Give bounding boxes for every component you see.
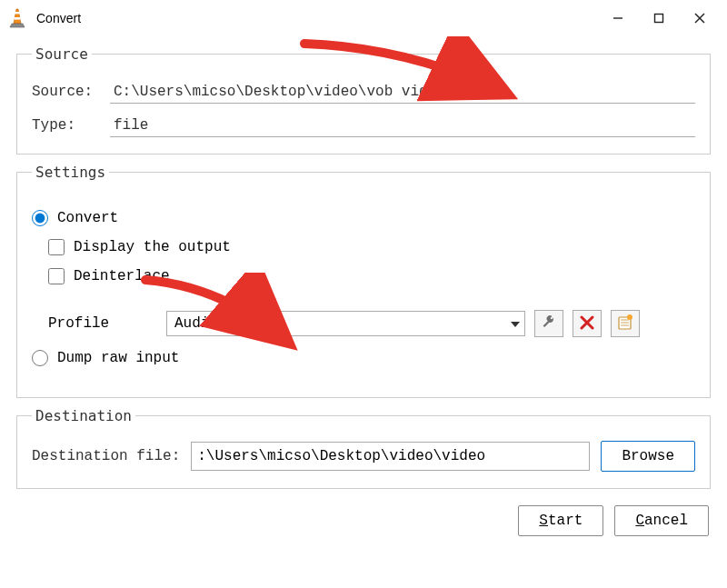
settings-legend: Settings	[32, 164, 109, 181]
dump-raw-radio[interactable]	[32, 350, 48, 366]
type-input[interactable]	[110, 113, 695, 137]
deinterlace-label: Deinterlace	[74, 268, 170, 284]
window-title: Convert	[36, 11, 597, 25]
edit-profile-button[interactable]	[534, 310, 563, 337]
source-input[interactable]	[110, 79, 695, 104]
new-profile-button[interactable]	[611, 310, 640, 337]
wrench-icon	[541, 314, 557, 334]
source-legend: Source	[32, 45, 92, 63]
profile-select[interactable]: Audio - MP3	[166, 311, 525, 336]
dump-raw-label: Dump raw input	[57, 350, 179, 366]
type-label: Type:	[32, 117, 110, 134]
close-button[interactable]	[679, 5, 720, 32]
vlc-cone-icon	[7, 8, 27, 28]
action-row: Start Cancel	[0, 498, 727, 536]
destination-legend: Destination	[32, 407, 135, 424]
maximize-button[interactable]	[638, 5, 679, 32]
svg-rect-1	[14, 17, 20, 20]
display-output-checkbox[interactable]	[48, 239, 65, 255]
destination-file-input[interactable]	[191, 442, 590, 471]
svg-rect-3	[654, 15, 662, 23]
profile-label: Profile	[48, 315, 157, 332]
convert-radio[interactable]	[32, 210, 48, 226]
svg-point-12	[627, 314, 632, 320]
destination-group: Destination Destination file: Browse	[16, 407, 711, 489]
new-profile-icon	[617, 314, 633, 334]
settings-group: Settings Convert Display the output Dein…	[16, 164, 711, 398]
delete-profile-button[interactable]	[573, 310, 602, 337]
cancel-button[interactable]: Cancel	[614, 505, 709, 536]
minimize-button[interactable]	[597, 5, 638, 32]
browse-button[interactable]: Browse	[601, 441, 695, 472]
delete-icon	[580, 315, 594, 333]
convert-radio-label: Convert	[57, 210, 118, 226]
start-button[interactable]: Start	[518, 505, 603, 536]
destination-file-label: Destination file:	[32, 448, 180, 464]
source-group: Source Source: Type:	[16, 45, 711, 154]
source-label: Source:	[32, 84, 110, 100]
svg-rect-0	[15, 12, 20, 14]
deinterlace-checkbox[interactable]	[48, 268, 65, 284]
display-output-label: Display the output	[74, 239, 231, 255]
titlebar: Convert	[0, 0, 727, 36]
